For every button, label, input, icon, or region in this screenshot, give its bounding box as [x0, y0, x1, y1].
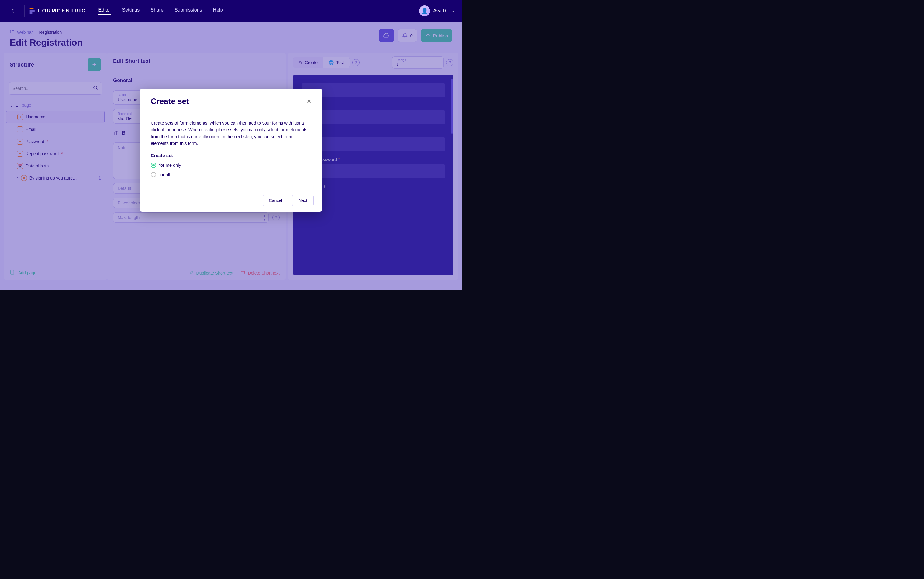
modal-subhead: Create set [151, 152, 311, 159]
logo: FORMCENTRIC [29, 8, 86, 14]
radio-for-all[interactable]: for all [151, 171, 311, 178]
radio-icon [151, 162, 156, 168]
radio-for-me-only[interactable]: for me only [151, 162, 311, 168]
nav-settings[interactable]: Settings [122, 7, 139, 15]
radio-label: for me only [159, 162, 181, 168]
next-button[interactable]: Next [292, 195, 314, 206]
cancel-button[interactable]: Cancel [263, 195, 289, 206]
nav-help[interactable]: Help [213, 7, 223, 15]
user-menu[interactable]: 👤 Ava R. ⌄ [419, 5, 455, 16]
modal-description: Create sets of form elements, which you … [151, 120, 311, 147]
nav-share[interactable]: Share [151, 7, 164, 15]
nav-editor[interactable]: Editor [98, 7, 111, 15]
chevron-down-icon: ⌄ [451, 8, 455, 14]
create-set-modal: Create set ✕ Create sets of form element… [140, 89, 322, 212]
user-name: Ava R. [433, 8, 448, 14]
logo-mark-icon [29, 8, 35, 14]
avatar: 👤 [419, 5, 430, 16]
close-icon[interactable]: ✕ [307, 98, 311, 105]
nav-submissions[interactable]: Submissions [174, 7, 202, 15]
divider [24, 5, 25, 17]
back-button[interactable] [7, 5, 20, 17]
modal-overlay: Create set ✕ Create sets of form element… [0, 22, 462, 290]
brand-text: FORMCENTRIC [38, 8, 86, 14]
radio-icon [151, 172, 156, 177]
radio-label: for all [159, 171, 170, 178]
modal-title: Create set [151, 96, 189, 106]
